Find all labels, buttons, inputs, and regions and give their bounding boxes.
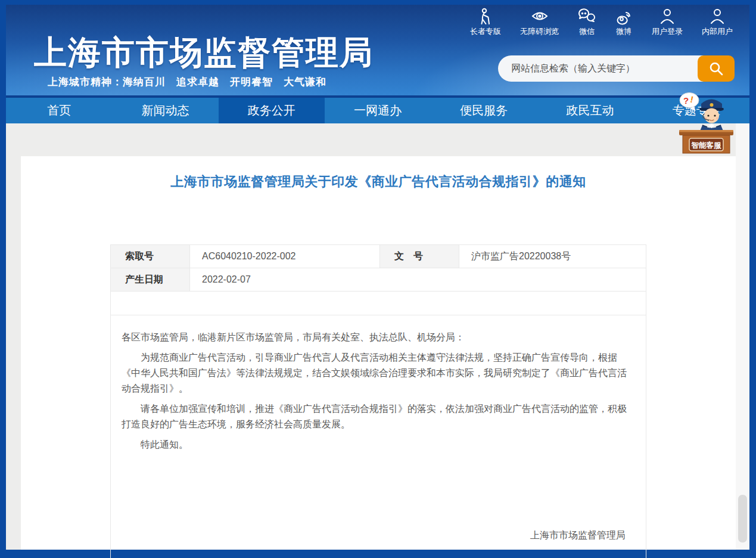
weibo-icon (615, 7, 633, 25)
accessibility-eye-icon (531, 7, 549, 25)
paragraph-3: 特此通知。 (122, 437, 635, 452)
site-search (498, 55, 735, 82)
toplink-internal-user[interactable]: 内部用户 (702, 7, 733, 37)
site-header: 长者专版 无障碍浏览 微信 (6, 5, 749, 95)
nav-item-home[interactable]: 首页 (6, 98, 112, 123)
meta-empty-row (111, 292, 646, 303)
toplink-wechat[interactable]: 微信 (578, 7, 596, 37)
nav-item-news[interactable]: 新闻动态 (112, 98, 218, 123)
toplink-user-login[interactable]: 用户登录 (652, 7, 683, 37)
toplink-weibo[interactable]: 微博 (615, 7, 633, 37)
user-login-icon (658, 7, 676, 25)
city-spirit-slogan: 上海城市精神：海纳百川 追求卓越 开明睿智 大气谦和 (48, 75, 326, 89)
search-input[interactable] (498, 55, 695, 82)
toplink-label: 微信 (579, 26, 595, 37)
elderly-icon (477, 7, 494, 25)
scrollbar-thumb[interactable] (738, 495, 747, 542)
toplink-elderly[interactable]: 长者专版 (470, 7, 501, 37)
site-title: 上海市市场监督管理局 (34, 31, 374, 75)
toplink-label: 用户登录 (652, 26, 683, 37)
smart-service-mascot[interactable]: ? ! 智能客服 (678, 91, 735, 155)
topbar: 长者专版 无障碍浏览 微信 (470, 7, 733, 37)
main-nav: 首页 新闻动态 政务公开 一网通办 便民服务 政民互动 专题专栏 (6, 95, 749, 123)
meta-date-value: 2022-02-07 (190, 268, 646, 292)
paragraph-2: 请各单位加强宣传和培训，推进《商业广告代言活动合规指引》的落实，依法加强对商业广… (122, 401, 635, 432)
mascot-label: 智能客服 (691, 141, 722, 150)
meta-index-label: 索取号 (111, 245, 190, 268)
signature-org: 上海市市场监督管理局 (122, 528, 635, 543)
wechat-icon (578, 7, 596, 25)
nav-item-gov-disclosure[interactable]: 政务公开 (219, 98, 325, 123)
meta-docno-value: 沪市监广告20220038号 (459, 245, 646, 268)
salutation: 各区市场监管局，临港新片区市场监管局，市局有关处室、执法总队、机场分局： (122, 330, 635, 345)
document-meta-table: 索取号 AC6040210-2022-002 文 号 沪市监广告20220038… (110, 244, 646, 315)
search-button[interactable] (698, 55, 735, 82)
toplink-label: 长者专版 (470, 26, 501, 37)
meta-date-label: 产生日期 (111, 268, 190, 292)
internal-user-icon (708, 7, 726, 25)
page-frame: 长者专版 无障碍浏览 微信 (6, 5, 749, 550)
meta-docno-label: 文 号 (380, 245, 459, 268)
document-title: 上海市市场监督管理局关于印发《商业广告代言活动合规指引》的通知 (21, 156, 736, 191)
nav-item-one-stop[interactable]: 一网通办 (325, 98, 431, 123)
paragraph-1: 为规范商业广告代言活动，引导商业广告代言人及代言活动相关主体遵守法律法规，坚持正… (122, 350, 635, 396)
scrollbar-track[interactable] (736, 123, 749, 550)
document-card: 上海市市场监督管理局关于印发《商业广告代言活动合规指引》的通知 索取号 AC60… (21, 156, 736, 550)
document-body: 各区市场监管局，临港新片区市场监管局，市局有关处室、执法总队、机场分局： 为规范… (110, 315, 646, 558)
bubble-question: ? (683, 95, 689, 106)
search-icon (708, 61, 724, 76)
toplink-label: 无障碍浏览 (520, 26, 559, 37)
toplink-label: 微博 (616, 26, 631, 37)
toplink-label: 内部用户 (702, 26, 733, 37)
nav-item-interaction[interactable]: 政民互动 (537, 98, 643, 123)
meta-index-value: AC6040210-2022-002 (190, 245, 380, 268)
toplink-accessibility[interactable]: 无障碍浏览 (520, 7, 559, 37)
nav-item-services[interactable]: 便民服务 (431, 98, 537, 123)
content-area: ? ! 智能客服 (6, 123, 749, 550)
signature-date: 2022年1月20日 (122, 556, 635, 558)
